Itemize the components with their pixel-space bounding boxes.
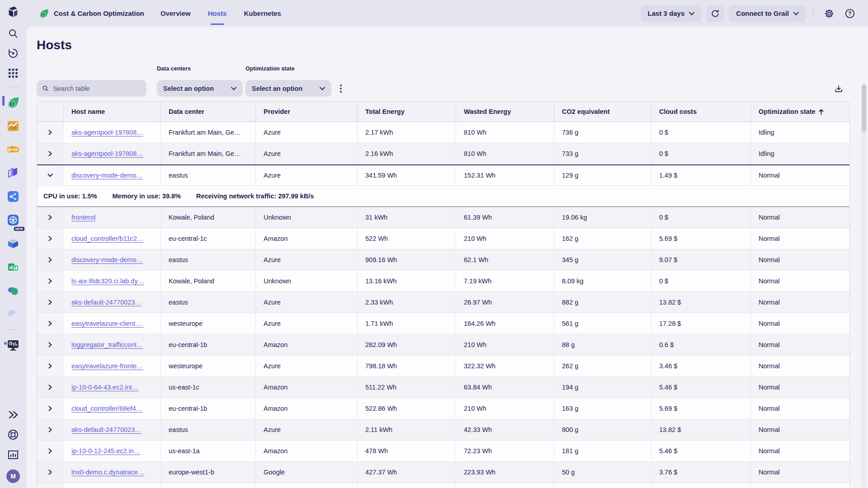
wasted-energy-cell: 63.84 Wh	[456, 377, 554, 398]
host-link[interactable]: cloud_controller/b11c2…	[71, 235, 143, 242]
help-lifebuoy-icon[interactable]	[0, 425, 26, 445]
table-row[interactable]: easytravelazure-client.… westeurope Azur…	[37, 313, 849, 334]
settings-button[interactable]	[821, 5, 837, 22]
app-grid-icon[interactable]	[0, 63, 26, 83]
row-expander[interactable]	[37, 356, 63, 376]
table-row[interactable]: ls-aix-l6dc320.ci.lab.dy… Kowale, Poland…	[37, 271, 849, 292]
chevron-right-icon	[47, 385, 53, 390]
refresh-button[interactable]	[706, 5, 724, 22]
business-analytics-app-icon[interactable]	[0, 255, 26, 279]
time-range-selector[interactable]: Last 3 days	[641, 5, 702, 22]
host-link[interactable]: discovery-mode-demo…	[71, 172, 143, 179]
table-row[interactable]: loggregator_trafficcont… eu-central-1b A…	[37, 334, 849, 356]
column-header-cloud-costs[interactable]: Cloud costs	[651, 102, 750, 122]
row-expander[interactable]	[37, 249, 63, 270]
expand-rail-icon[interactable]	[0, 405, 26, 425]
row-expander[interactable]	[37, 334, 63, 355]
host-link[interactable]: ip-10-0-12-245.ec2.in…	[71, 447, 140, 455]
column-header-data-center[interactable]: Data center	[160, 102, 255, 122]
host-link[interactable]: easytravelazure-fronte…	[71, 362, 143, 370]
host-link[interactable]: loggregator_trafficcont…	[71, 341, 143, 348]
help-button[interactable]: ?	[842, 5, 858, 22]
host-link[interactable]: cloud_controller/68ef4…	[71, 405, 142, 412]
infrastructure-app-icon[interactable]	[0, 232, 26, 255]
classic-monitoring-app-icon[interactable]	[0, 333, 26, 357]
row-expander[interactable]	[37, 377, 63, 398]
row-expander[interactable]	[37, 462, 63, 483]
row-expander[interactable]	[37, 271, 63, 291]
row-expander[interactable]	[37, 419, 63, 440]
column-header-co2-equivalent[interactable]: CO2 equivalent	[554, 102, 651, 122]
table-row[interactable]: discovery-mode-demo… eastus Azure 909.16…	[37, 249, 849, 271]
table-row[interactable]: frontend Kowale, Poland Unknown 31 kWh 6…	[37, 207, 849, 228]
services-app-icon[interactable]	[0, 279, 26, 302]
connect-to-grail-button[interactable]: Connect to Grail	[729, 5, 806, 22]
table-row[interactable]: cloud_controller/b11c2… eu-central-1c Am…	[37, 228, 849, 249]
table-row[interactable]: lnx0-demo.c.dynatrace… europe-west1-b Go…	[37, 462, 849, 483]
wasted-energy-cell: 810 Wh	[456, 122, 554, 143]
row-expander[interactable]	[37, 398, 63, 419]
host-link[interactable]: frontend	[71, 214, 95, 221]
host-link[interactable]: aks-agentpool-197808…	[71, 129, 143, 136]
column-header-wasted-energy[interactable]: Wasted Energy	[456, 102, 554, 122]
more-options-button[interactable]	[333, 80, 349, 97]
cloud-overview-app-icon[interactable]	[0, 302, 26, 326]
chevron-down-icon	[689, 12, 694, 15]
dashboards-app-icon[interactable]	[0, 114, 26, 138]
co2-equivalent-cell: 733 g	[554, 143, 651, 164]
row-expander[interactable]	[37, 313, 63, 334]
search-icon[interactable]	[0, 23, 26, 43]
row-expander[interactable]	[37, 292, 63, 313]
row-expander[interactable]	[37, 441, 63, 461]
user-avatar[interactable]: M	[0, 465, 26, 488]
table-row[interactable]: aks-agentpool-197808… Frankfurt am Main,…	[37, 122, 849, 143]
table-row[interactable]: cloud_controller/68ef4… eu-central-1b Am…	[37, 398, 849, 419]
notebooks-app-icon[interactable]	[0, 138, 26, 161]
playback-icon[interactable]	[0, 43, 26, 63]
optimization-state-cell: Normal	[750, 377, 849, 398]
wasted-energy-cell: 42.33 Wh	[456, 419, 554, 440]
optimization-state-select[interactable]: Select an option	[245, 80, 331, 97]
workflows-app-icon[interactable]	[0, 185, 26, 208]
table-row[interactable]: aks-agentpool-197808… Frankfurt am Main,…	[37, 143, 849, 164]
table-row[interactable]: aks-default-24770023… eastus Azure 2.11 …	[37, 419, 849, 441]
table-row[interactable]: ip-10-0-64-43.ec2.int… us-east-1c Amazon…	[37, 377, 849, 398]
column-header-provider[interactable]: Provider	[255, 102, 357, 122]
table-row[interactable]: discovery-mode-demo… eastus Azure 341.59…	[37, 164, 849, 186]
table-row[interactable]: ip-10-0-12-245.ec2.in… us-east-1a Amazon…	[37, 441, 849, 462]
total-energy-cell: 282.09 Wh	[357, 334, 456, 355]
search-input[interactable]	[53, 85, 141, 92]
tab-kubernetes[interactable]: Kubernetes	[244, 0, 281, 27]
host-link[interactable]: ls-aix-l6dc320.ci.lab.dy…	[71, 277, 144, 285]
account-usage-icon[interactable]	[0, 445, 26, 465]
clouds-app-icon[interactable]	[0, 161, 26, 185]
row-expander[interactable]	[37, 143, 63, 164]
host-link[interactable]: ip-10-0-64-43.ec2.int…	[71, 384, 138, 391]
row-expander[interactable]	[37, 228, 63, 249]
host-link[interactable]: aks-agentpool-197808…	[71, 150, 143, 157]
kubernetes-app-icon[interactable]: NEW	[0, 208, 26, 232]
row-expander[interactable]	[37, 207, 63, 228]
host-link[interactable]: easytravelazure-client.…	[71, 320, 144, 327]
table-row[interactable]: easytravelazure-fronte… westeurope Azure…	[37, 356, 849, 377]
search-input-wrapper[interactable]	[37, 80, 146, 97]
row-expander[interactable]	[37, 122, 63, 143]
vertical-scrollbar[interactable]	[861, 84, 867, 488]
column-header-host-name[interactable]: Host name	[63, 102, 160, 122]
row-expander[interactable]	[37, 165, 63, 185]
host-link[interactable]: aks-default-24770023…	[71, 426, 142, 433]
tab-hosts[interactable]: Hosts	[208, 0, 227, 27]
tab-overview[interactable]: Overview	[160, 0, 191, 27]
data-centers-select-value: Select an option	[163, 85, 214, 92]
cost-carbon-app-icon[interactable]: 1	[0, 91, 26, 114]
scrollbar-thumb[interactable]	[862, 84, 866, 132]
dynatrace-logo[interactable]	[0, 0, 26, 23]
data-centers-select[interactable]: Select an option	[157, 80, 243, 97]
table-row[interactable]: aks-default-24770023… eastus Azure 2.33 …	[37, 292, 849, 313]
download-button[interactable]	[831, 82, 846, 96]
column-header-optimization-state[interactable]: Optimization state	[750, 102, 849, 122]
host-link[interactable]: aks-default-24770023…	[71, 299, 142, 306]
host-link[interactable]: lnx0-demo.c.dynatrace…	[71, 469, 144, 476]
host-link[interactable]: discovery-mode-demo…	[71, 256, 143, 263]
column-header-total-energy[interactable]: Total Energy	[357, 102, 456, 122]
